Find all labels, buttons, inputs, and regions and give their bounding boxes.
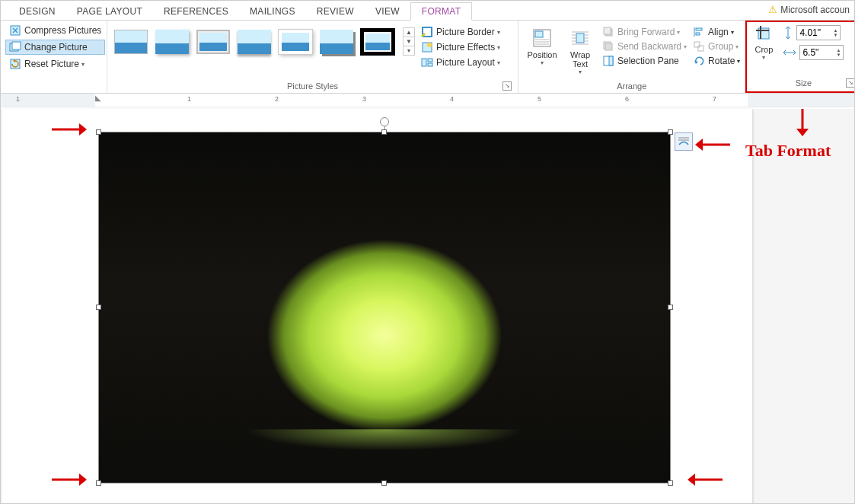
group-icon <box>693 40 705 53</box>
height-row: 4.01" ▲▼ <box>782 25 844 40</box>
svg-rect-25 <box>604 27 611 34</box>
dialog-launcher-icon[interactable]: ↘ <box>502 81 512 91</box>
dropdown-icon: ▾ <box>81 61 85 68</box>
resize-handle-r[interactable] <box>668 305 673 310</box>
resize-handle-tl[interactable] <box>96 129 101 135</box>
border-icon <box>421 26 433 38</box>
send-backward-icon <box>602 40 614 53</box>
align-button[interactable]: Align▾ <box>693 26 740 38</box>
group-size: Crop▾ 4.01" ▲▼ 6.5" ▲▼ <box>745 21 855 93</box>
group-adjust: Compress Pictures Change Picture Reset P… <box>1 21 107 93</box>
svg-rect-33 <box>694 42 700 47</box>
tab-format[interactable]: FORMAT <box>410 2 473 21</box>
svg-rect-32 <box>696 33 700 35</box>
svg-rect-34 <box>698 46 703 51</box>
picture-layout-button[interactable]: Picture Layout▾ <box>421 56 500 69</box>
selection-pane-button[interactable]: Selection Pane <box>602 55 687 67</box>
styles-gallery: ▲▼▾ <box>112 23 416 60</box>
svg-rect-27 <box>605 43 612 50</box>
annotation-arrow <box>794 107 811 138</box>
account-label[interactable]: ⚠ Microsoft accoun <box>768 4 850 15</box>
change-picture-button[interactable]: Change Picture <box>5 40 105 55</box>
width-icon <box>782 46 797 59</box>
change-picture-icon <box>9 41 21 53</box>
account-text: Microsoft accoun <box>780 5 850 15</box>
tab-view[interactable]: VIEW <box>365 3 410 20</box>
annotation-text: Tab Format <box>745 141 831 161</box>
rotate-icon <box>693 55 705 67</box>
width-row: 6.5" ▲▼ <box>782 45 844 60</box>
bring-forward-icon <box>602 26 614 38</box>
svg-rect-7 <box>422 59 426 66</box>
svg-rect-9 <box>428 63 432 66</box>
style-thumb-1[interactable] <box>113 28 148 56</box>
compress-pictures-button[interactable]: Compress Pictures <box>5 23 105 38</box>
svg-rect-11 <box>535 31 543 37</box>
resize-handle-b[interactable] <box>381 480 387 486</box>
svg-rect-29 <box>609 56 613 65</box>
crop-icon <box>754 24 774 43</box>
group-picture-styles: ▲▼▾ Picture Border▾ Picture Effects▾ Pic… <box>107 21 518 93</box>
resize-handle-bl[interactable] <box>96 480 101 486</box>
rotate-button[interactable]: Rotate▾ <box>693 55 740 67</box>
svg-rect-8 <box>428 59 432 62</box>
dialog-launcher-icon[interactable]: ↘ <box>846 78 855 88</box>
reset-picture-icon <box>9 58 21 70</box>
annotation-arrow <box>50 471 88 488</box>
reset-picture-button[interactable]: Reset Picture ▾ <box>5 56 105 72</box>
layout-options-button[interactable] <box>675 132 693 151</box>
gallery-more[interactable]: ▲▼▾ <box>403 27 415 56</box>
tab-mailings[interactable]: MAILINGS <box>239 3 306 20</box>
group-label-picture-styles: Picture Styles ↘ <box>112 80 513 93</box>
picture-border-button[interactable]: Picture Border▾ <box>421 26 500 38</box>
style-thumb-2[interactable] <box>155 28 190 56</box>
height-icon <box>782 25 794 40</box>
annotation-arrow <box>50 121 88 138</box>
group-button: Group▾ <box>693 40 740 53</box>
selected-picture[interactable] <box>98 132 671 483</box>
warning-icon: ⚠ <box>768 4 777 15</box>
position-icon <box>531 27 553 49</box>
svg-rect-15 <box>576 33 584 43</box>
layout-options-icon <box>677 135 691 148</box>
tab-references[interactable]: REFERENCES <box>153 3 239 20</box>
resize-handle-br[interactable] <box>668 480 673 486</box>
picture-content <box>99 132 670 483</box>
group-label-arrange: Arrange <box>523 80 740 93</box>
resize-handle-t[interactable] <box>381 129 387 135</box>
selection-pane-icon <box>602 55 614 67</box>
height-input[interactable]: 4.01" ▲▼ <box>796 25 841 40</box>
tab-design[interactable]: DESIGN <box>8 3 66 20</box>
width-input[interactable]: 6.5" ▲▼ <box>799 45 844 60</box>
compress-icon <box>9 24 21 37</box>
group-label-size: Size ↘ <box>750 77 855 90</box>
annotation-arrow <box>686 471 724 488</box>
position-button[interactable]: Position▾ <box>523 26 561 68</box>
resize-handle-tr[interactable] <box>668 129 673 135</box>
tab-page-layout[interactable]: PAGE LAYOUT <box>66 3 153 20</box>
svg-rect-31 <box>696 28 702 30</box>
horizontal-ruler[interactable]: ◣ 1 1 2 3 4 5 6 7 <box>1 94 854 107</box>
tab-review[interactable]: REVIEW <box>306 3 365 20</box>
picture-effects-button[interactable]: Picture Effects▾ <box>421 41 500 53</box>
spinner-icon[interactable]: ▲▼ <box>836 48 841 57</box>
style-thumb-3[interactable] <box>196 28 231 56</box>
svg-rect-2 <box>12 42 21 49</box>
spinner-icon[interactable]: ▲▼ <box>833 28 837 37</box>
annotation-arrow <box>694 136 732 153</box>
rotate-handle[interactable] <box>380 117 389 126</box>
crop-button[interactable]: Crop▾ <box>750 24 777 61</box>
group-arrange: Position▾ Wrap Text▾ Bring Forward▾ Send… <box>518 21 745 93</box>
align-icon <box>693 26 705 38</box>
style-thumb-7[interactable] <box>360 28 395 56</box>
bring-forward-button: Bring Forward▾ <box>602 26 687 38</box>
effects-icon <box>421 41 433 53</box>
ribbon-tabs: DESIGN PAGE LAYOUT REFERENCES MAILINGS R… <box>1 1 854 21</box>
wrap-text-button[interactable]: Wrap Text▾ <box>561 26 599 77</box>
layout-icon <box>421 56 433 69</box>
style-thumb-5[interactable] <box>278 28 313 56</box>
svg-point-6 <box>427 43 432 47</box>
style-thumb-4[interactable] <box>237 28 272 56</box>
resize-handle-l[interactable] <box>96 305 101 310</box>
style-thumb-6[interactable] <box>319 28 354 56</box>
